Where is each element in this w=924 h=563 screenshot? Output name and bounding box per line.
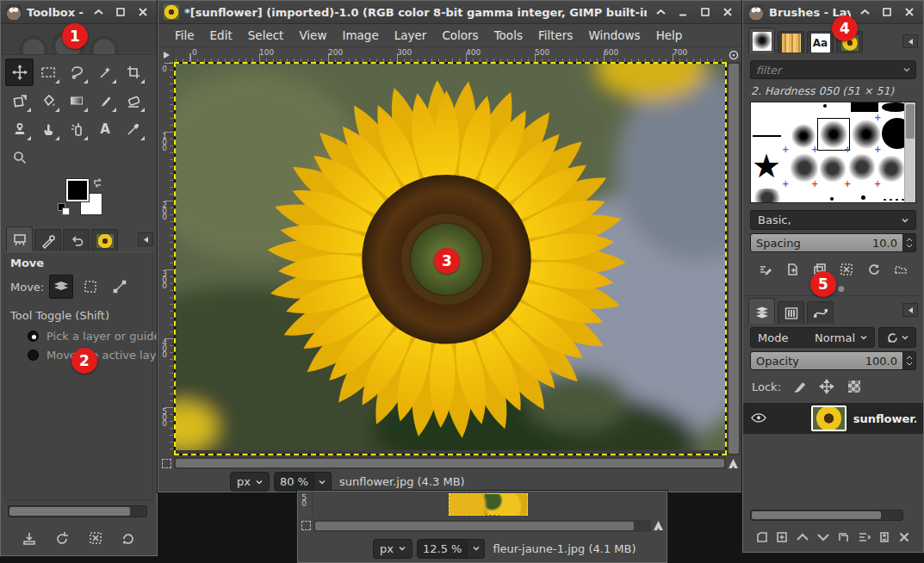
delete-brush-button[interactable] (836, 260, 857, 279)
ruler-origin-button[interactable] (159, 48, 174, 62)
default-colors-icon[interactable] (58, 203, 70, 215)
tab-tool-options[interactable] (6, 226, 33, 251)
menu-windows[interactable]: Windows (580, 26, 648, 45)
close-button[interactable] (134, 4, 152, 20)
menu-image[interactable]: Image (334, 26, 386, 45)
minimize-button[interactable] (674, 4, 691, 20)
menu-colors[interactable]: Colors (434, 26, 486, 45)
brush-item[interactable] (791, 154, 818, 182)
zoom-dropdown-button[interactable] (314, 472, 332, 492)
brushes-menu-button[interactable] (902, 34, 918, 48)
tab-device-status[interactable] (34, 229, 61, 251)
duplicate-layer-button[interactable] (834, 528, 853, 547)
color-picker-tool-button[interactable] (119, 115, 147, 143)
crop-tool-button[interactable] (119, 59, 147, 86)
brush-item[interactable]: ★ (752, 151, 781, 182)
tab-undo-history[interactable] (63, 229, 90, 251)
spacing-spinslider[interactable]: Spacing 10.0 (750, 233, 916, 252)
brush-item[interactable] (830, 197, 834, 201)
refresh-brushes-button[interactable] (864, 260, 884, 279)
paintbrush-tool-button[interactable] (90, 87, 119, 114)
transform-tool-button[interactable] (5, 87, 34, 114)
zoom-entry[interactable]: 80 % (274, 472, 314, 492)
tab-images[interactable] (91, 229, 118, 251)
brush-item[interactable] (851, 102, 878, 112)
quick-mask-toggle[interactable] (159, 455, 174, 471)
tab-fonts[interactable]: Aa (807, 31, 834, 53)
tab-patterns[interactable] (778, 31, 804, 53)
maximize-button[interactable] (112, 4, 129, 20)
dock-menu-button[interactable] (138, 232, 153, 246)
second-unit-dropdown[interactable]: px (373, 539, 412, 559)
second-zoom-entry[interactable]: 12.5 % (417, 539, 468, 559)
spacing-spinner[interactable] (903, 233, 916, 252)
menu-select[interactable]: Select (240, 26, 292, 45)
smudge-tool-button[interactable] (34, 115, 62, 143)
restore-tool-preset-button[interactable] (52, 528, 72, 548)
brush-item[interactable] (882, 102, 904, 112)
tab-brushes[interactable] (748, 28, 775, 53)
brush-item[interactable] (823, 104, 827, 108)
brush-item[interactable] (882, 118, 904, 149)
brush-grid[interactable]: + + + + + + ★ + + + + (750, 102, 916, 203)
shade-button[interactable] (90, 4, 107, 20)
horizontal-ruler[interactable]: 0 100 200 300 400 500 600 700 (174, 48, 726, 62)
second-zoom-dropdown-button[interactable] (468, 539, 485, 559)
shade-button[interactable] (856, 4, 873, 20)
maximize-button[interactable] (697, 4, 714, 20)
second-quick-mask-toggle[interactable] (299, 518, 313, 533)
brush-item[interactable] (820, 156, 846, 182)
lower-layer-button[interactable] (814, 528, 833, 547)
brush-filter-box[interactable] (750, 60, 916, 79)
airbrush-tool-button[interactable] (62, 115, 90, 143)
menu-help[interactable]: Help (648, 26, 691, 45)
lock-pixels-button[interactable] (790, 377, 809, 396)
zoom-follow-window-button[interactable] (726, 48, 741, 62)
menu-edit[interactable]: Edit (202, 26, 240, 45)
menu-layer[interactable]: Layer (387, 26, 435, 45)
mode-switch-button[interactable] (878, 327, 916, 348)
swap-colors-icon[interactable] (92, 177, 104, 191)
radio-pick-layer[interactable] (28, 331, 39, 342)
layer-row-sunflower[interactable]: sunflower. (743, 403, 923, 434)
brush-item[interactable] (849, 154, 875, 180)
layer-mode-dropdown[interactable]: Mode Normal (750, 327, 875, 348)
reset-tool-options-button[interactable] (118, 528, 139, 548)
move-path-button[interactable] (108, 275, 132, 299)
eraser-tool-button[interactable] (119, 87, 147, 114)
delete-layer-button[interactable] (895, 528, 914, 547)
layers-scrollbar[interactable] (750, 510, 903, 521)
tab-channels[interactable] (778, 301, 804, 324)
move-layer-button[interactable] (49, 275, 73, 299)
gradient-tool-button[interactable] (62, 87, 90, 114)
move-selection-button[interactable] (78, 275, 102, 299)
brush-item[interactable] (861, 195, 865, 200)
brush-item[interactable] (878, 156, 904, 182)
vertical-scrollbar[interactable] (727, 62, 741, 455)
text-tool-button[interactable]: A (90, 115, 119, 143)
close-button[interactable] (901, 4, 918, 20)
layer-visibility-eye-icon[interactable] (750, 412, 768, 424)
shade-button[interactable] (652, 4, 669, 20)
close-button[interactable] (719, 4, 736, 20)
horizontal-scrollbar[interactable] (174, 457, 726, 469)
opacity-spinslider[interactable]: Opacity 100.0 (750, 351, 916, 370)
tab-paths[interactable] (807, 301, 834, 324)
brush-group-dropdown[interactable]: Basic, (750, 210, 916, 230)
foreground-color-swatch[interactable] (66, 179, 89, 201)
menu-file[interactable]: File (167, 26, 202, 45)
move-tool-button[interactable] (5, 59, 34, 86)
merge-layer-button[interactable] (854, 528, 873, 547)
fuzzy-select-tool-button[interactable] (90, 59, 119, 86)
bucket-fill-tool-button[interactable] (34, 87, 62, 114)
brush-item[interactable] (753, 135, 781, 137)
raise-layer-button[interactable] (793, 528, 812, 547)
maximize-button[interactable] (878, 4, 896, 20)
second-canvas-strip[interactable]: 50 (299, 492, 666, 517)
new-brush-button[interactable] (782, 260, 803, 279)
second-navigation-button[interactable] (651, 518, 666, 533)
brush-grid-scrollbar[interactable] (904, 102, 915, 202)
second-horizontal-scrollbar[interactable] (313, 520, 651, 532)
menu-filters[interactable]: Filters (530, 26, 580, 45)
tool-options-scrollbar[interactable] (8, 505, 147, 517)
